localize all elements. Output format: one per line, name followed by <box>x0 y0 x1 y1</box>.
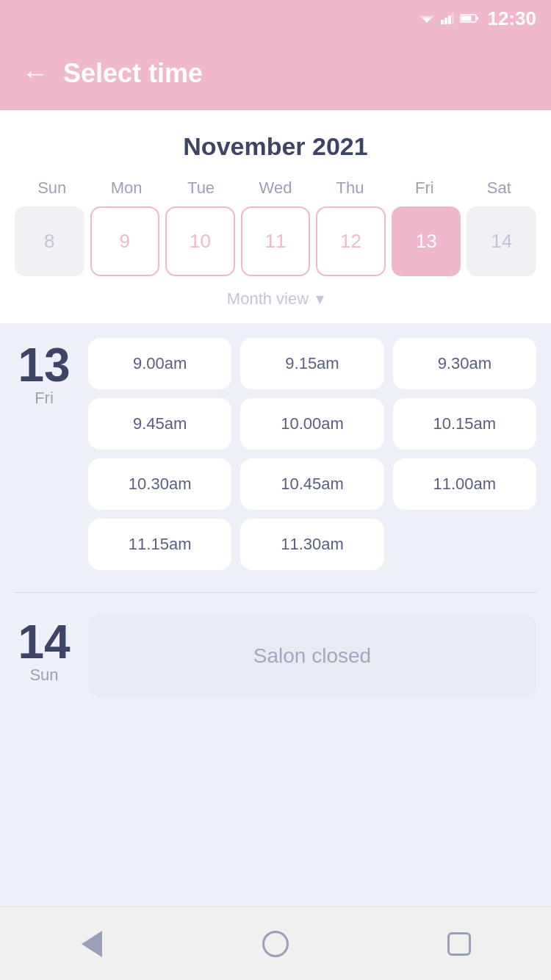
date-cell-14: 14 <box>467 206 536 276</box>
weekday-thu: Thu <box>313 179 387 198</box>
signal-icon <box>441 12 454 24</box>
back-nav-icon <box>82 931 102 957</box>
date-cell-12[interactable]: 12 <box>316 206 386 276</box>
time-slot-1015am[interactable]: 10.15am <box>393 398 536 450</box>
header-title: Select time <box>63 58 203 89</box>
day-13-label: 13 Fri <box>15 338 73 570</box>
weekday-fri: Fri <box>387 179 461 198</box>
svg-rect-3 <box>441 20 444 24</box>
date-cell-10[interactable]: 10 <box>165 206 235 276</box>
date-cell-8: 8 <box>15 206 84 276</box>
time-slot-1100am[interactable]: 11.00am <box>393 458 536 510</box>
weekday-tue: Tue <box>164 179 238 198</box>
salon-closed-box: Salon closed <box>88 615 536 697</box>
day-14-section: 14 Sun Salon closed <box>15 615 536 697</box>
weekday-row: Sun Mon Tue Wed Thu Fri Sat <box>15 179 536 198</box>
time-slot-1030am[interactable]: 10.30am <box>88 458 231 510</box>
date-cell-11[interactable]: 11 <box>241 206 311 276</box>
day-13-slots-grid: 9.00am 9.15am 9.30am 9.45am 10.00am 10.1… <box>88 338 536 570</box>
svg-marker-2 <box>419 15 435 23</box>
nav-back-button[interactable] <box>70 922 114 966</box>
day-14-label: 14 Sun <box>15 615 73 697</box>
date-cell-9[interactable]: 9 <box>90 206 160 276</box>
date-row: 8 9 10 11 12 13 14 <box>15 206 536 276</box>
weekday-sat: Sat <box>462 179 536 198</box>
svg-rect-8 <box>476 17 478 20</box>
day-13-name: Fri <box>35 389 54 408</box>
salon-closed-text: Salon closed <box>253 644 371 668</box>
time-slot-1045am[interactable]: 10.45am <box>240 458 383 510</box>
date-cell-13[interactable]: 13 <box>392 206 461 276</box>
time-slot-1115am[interactable]: 11.15am <box>88 519 231 570</box>
weekday-mon: Mon <box>89 179 163 198</box>
calendar-section: November 2021 Sun Mon Tue Wed Thu Fri Sa… <box>0 110 551 323</box>
time-slot-900am[interactable]: 9.00am <box>88 338 231 389</box>
time-slot-930am[interactable]: 9.30am <box>393 338 536 389</box>
time-slot-1130am[interactable]: 11.30am <box>240 519 383 570</box>
nav-recents-button[interactable] <box>437 922 481 966</box>
svg-rect-6 <box>452 12 454 24</box>
day-14-number: 14 <box>18 619 70 666</box>
slots-area: 13 Fri 9.00am 9.15am 9.30am 9.45am 10.00… <box>0 323 551 907</box>
bottom-nav <box>0 907 551 980</box>
chevron-down-icon: ▾ <box>316 289 324 309</box>
status-icons <box>419 12 479 24</box>
month-view-label: Month view <box>227 289 309 309</box>
day-13-section: 13 Fri 9.00am 9.15am 9.30am 9.45am 10.00… <box>15 338 536 570</box>
day-13-number: 13 <box>18 342 70 389</box>
battery-icon <box>460 13 479 24</box>
header: ← Select time <box>0 37 551 110</box>
svg-rect-9 <box>461 16 471 21</box>
time-slot-915am[interactable]: 9.15am <box>240 338 383 389</box>
wifi-icon <box>419 12 435 24</box>
time-slot-945am[interactable]: 9.45am <box>88 398 231 450</box>
status-bar: 12:30 <box>0 0 551 37</box>
day-separator <box>15 592 536 593</box>
back-button[interactable]: ← <box>22 58 48 89</box>
time-slot-1000am[interactable]: 10.00am <box>240 398 383 450</box>
svg-rect-5 <box>448 15 451 24</box>
svg-rect-4 <box>444 18 447 24</box>
month-year-label: November 2021 <box>15 132 536 161</box>
month-view-toggle[interactable]: Month view ▾ <box>15 289 536 309</box>
nav-home-button[interactable] <box>253 922 298 966</box>
home-nav-icon <box>262 931 289 957</box>
weekday-wed: Wed <box>238 179 312 198</box>
recents-nav-icon <box>447 932 471 956</box>
day-14-name: Sun <box>29 666 58 685</box>
weekday-sun: Sun <box>15 179 89 198</box>
status-bar-time: 12:30 <box>488 7 537 30</box>
